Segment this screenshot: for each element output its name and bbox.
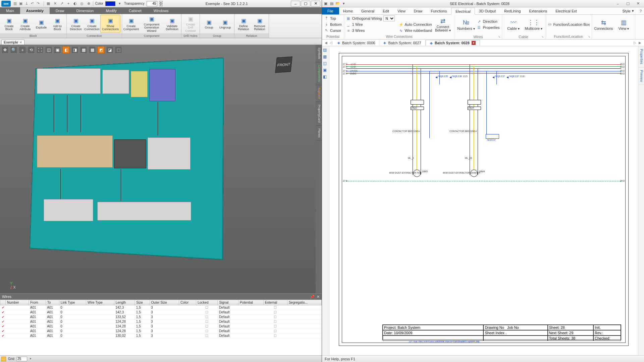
schematic-canvas[interactable]: 27.9 27.9 27.9 27.9 -L1 0 -L2 0 24VDC 0V… bbox=[329, 46, 638, 355]
tabs-scroll-right-icon[interactable]: ▶ bbox=[637, 41, 643, 45]
close-button[interactable]: ✕ bbox=[633, 1, 643, 7]
table-row[interactable]: A01A010133,521,53Default bbox=[0, 315, 322, 319]
dialog-launcher-icon[interactable]: ↘ bbox=[541, 35, 544, 38]
qat-new-icon[interactable]: ▤ bbox=[329, 1, 334, 6]
pin-icon[interactable]: 📌 bbox=[310, 295, 315, 299]
potential-bottom[interactable]: ⇣Bottom bbox=[324, 21, 342, 27]
style-dropdown[interactable]: Style▾ bbox=[619, 7, 637, 14]
numbers-button[interactable]: №Numbers ▾ bbox=[457, 15, 475, 34]
ribbon-component-generation-wizard[interactable]: ▣ComponentGeneration Wizard bbox=[140, 15, 164, 33]
transparency-value[interactable]: 45 bbox=[147, 1, 157, 6]
vt-rotate-icon[interactable]: ⟲ bbox=[28, 46, 35, 54]
menu-3d-output[interactable]: 3D Output bbox=[475, 7, 500, 14]
multicore-button[interactable]: ⋮⋮Multicore ▾ bbox=[524, 15, 543, 34]
potential-top[interactable]: ⇡Top bbox=[324, 15, 342, 21]
col-header[interactable]: From bbox=[29, 300, 46, 305]
tabs-prev-icon[interactable]: ◁ bbox=[329, 41, 333, 45]
tabs-next-icon[interactable]: ▷ bbox=[633, 41, 637, 45]
menu-general[interactable]: General bbox=[357, 7, 379, 14]
tabs-scroll-left-icon[interactable]: ◀ bbox=[323, 41, 329, 45]
table-row[interactable]: A01A010130,021,53Default bbox=[0, 334, 322, 338]
potential-cursor[interactable]: ↖Cursor bbox=[324, 27, 342, 33]
wire-rubberband[interactable]: ∿Wire rubberband bbox=[399, 28, 432, 34]
qat-new-icon[interactable]: ▥ bbox=[13, 1, 17, 6]
table-row[interactable]: A01A010124,281,53Default bbox=[0, 319, 322, 324]
menu-draw[interactable]: Draw bbox=[410, 7, 427, 14]
menu-windows[interactable]: Windows bbox=[148, 7, 175, 14]
doc-tab[interactable]: ◆Batch System: 0028× bbox=[426, 40, 480, 46]
vt-i-icon[interactable]: ⬚ bbox=[115, 46, 122, 54]
vt-zoom-icon[interactable]: 🔍 bbox=[10, 46, 17, 54]
viewcube[interactable]: FRONT bbox=[275, 56, 292, 73]
ribbon-explode[interactable]: ▣Explode bbox=[34, 15, 49, 33]
menu-extensions[interactable]: Extensions bbox=[525, 7, 552, 14]
viewport-3d[interactable]: ✥ 🔍 ＋ ⟲ ⛶ ◫ ▣ ◧ ◨ ▦ ▩ ◩ ◪ ⬚ bbox=[0, 45, 322, 293]
wires-table[interactable]: NumberFromToLink TypeWire TypeLengthSize… bbox=[0, 300, 322, 338]
tool-b-icon[interactable]: ▦ bbox=[323, 54, 328, 60]
table-row[interactable]: A01A010124,281,53Default bbox=[0, 329, 322, 334]
tool-c-icon[interactable]: ◎ bbox=[79, 1, 84, 6]
ribbon-add-to-block[interactable]: ▣Add toBlock bbox=[50, 15, 65, 33]
function-location-box[interactable]: ▭Function/Location Box bbox=[547, 21, 590, 27]
help-icon[interactable]: ? bbox=[637, 7, 644, 14]
close-button[interactable]: ✕ bbox=[311, 1, 320, 7]
qat-more-icon[interactable]: ▾ bbox=[341, 1, 346, 6]
table-row[interactable]: A01A010142,31,53Default bbox=[0, 305, 322, 310]
tool-d-icon[interactable]: ⊕ bbox=[86, 1, 91, 6]
grid-toggle-icon[interactable]: ▦ bbox=[46, 1, 51, 6]
tool-e-icon[interactable]: ◧ bbox=[323, 74, 328, 80]
qat-redo-icon[interactable]: ↷ bbox=[36, 1, 40, 6]
col-header[interactable]: Locked bbox=[196, 300, 218, 305]
ortho-icon[interactable]: ↗ bbox=[59, 1, 64, 6]
qat-open-icon[interactable]: 📂 bbox=[335, 1, 340, 6]
vt-pan-icon[interactable]: ✥ bbox=[1, 46, 9, 54]
vt-a-icon[interactable]: ◫ bbox=[45, 46, 52, 54]
side-tab-symbols[interactable]: Symbols bbox=[316, 45, 322, 62]
col-header[interactable]: Potential bbox=[238, 300, 264, 305]
menu-main[interactable]: Main bbox=[0, 7, 20, 14]
tab-close-icon[interactable]: × bbox=[472, 41, 476, 45]
menu-assembly[interactable]: Assembly bbox=[20, 7, 50, 14]
ow-select[interactable]: N bbox=[383, 15, 395, 21]
cable-button[interactable]: 〰Cable ▾ bbox=[504, 15, 523, 34]
vt-zoomin-icon[interactable]: ＋ bbox=[19, 46, 26, 54]
doc-tab[interactable]: ◆Batch System: 0006 bbox=[333, 40, 379, 46]
menu-electrical[interactable]: Electrical bbox=[451, 8, 475, 15]
vt-d-icon[interactable]: ◨ bbox=[71, 46, 78, 54]
table-row[interactable]: A01A010124,281,53Default bbox=[0, 324, 322, 329]
col-header[interactable]: Length bbox=[114, 300, 135, 305]
menu-cabinet[interactable]: Cabinet bbox=[123, 7, 148, 14]
dialog-launcher-icon[interactable]: ↘ bbox=[588, 35, 590, 38]
ribbon-create-attribute[interactable]: ▣CreateAttribute bbox=[17, 15, 33, 33]
menu-electrical-ext[interactable]: Electrical Ext bbox=[551, 7, 581, 14]
properties-button[interactable]: ☰Properties bbox=[477, 25, 499, 31]
vt-fit-icon[interactable]: ⛶ bbox=[36, 46, 44, 54]
col-header[interactable]: External bbox=[263, 300, 287, 305]
properties-tab[interactable]: Properties bbox=[638, 46, 644, 67]
menu-functions[interactable]: Functions bbox=[427, 7, 451, 14]
file-menu[interactable]: File bbox=[322, 7, 339, 14]
table-row[interactable]: A01A010142,31,53Default bbox=[0, 310, 322, 315]
col-header[interactable]: Wire Type bbox=[86, 300, 114, 305]
menu-view[interactable]: View bbox=[393, 7, 410, 14]
menu-draw[interactable]: Draw bbox=[50, 7, 70, 14]
auto-connection[interactable]: ⚡Auto Connection bbox=[399, 22, 432, 27]
ribbon-group[interactable]: ▣Group bbox=[201, 15, 217, 33]
maximize-button[interactable]: ▢ bbox=[623, 1, 633, 7]
vt-h-icon[interactable]: ◪ bbox=[106, 46, 113, 54]
col-header[interactable]: Color bbox=[179, 300, 196, 305]
col-header[interactable]: To bbox=[46, 300, 59, 305]
col-header[interactable]: Segregatio... bbox=[287, 300, 321, 305]
connections-button[interactable]: ⇆Connections bbox=[594, 15, 613, 34]
side-tab-planes[interactable]: Planes bbox=[316, 126, 322, 141]
vt-f-icon[interactable]: ▩ bbox=[89, 46, 96, 54]
ribbon-create-drill-contour[interactable]: ▣Create DrillContour bbox=[183, 15, 198, 33]
ribbon-create-component[interactable]: ▣CreateComponent bbox=[123, 15, 139, 33]
side-tab-explorer[interactable]: Explorer bbox=[316, 85, 322, 102]
col-header[interactable]: Link Type bbox=[59, 300, 86, 305]
tool-d-icon[interactable]: ▣ bbox=[323, 68, 328, 73]
tool-a-icon[interactable]: ▤ bbox=[323, 48, 328, 53]
one-wire[interactable]: ⎯1 Wire bbox=[346, 22, 395, 27]
doc-tab[interactable]: Exemple ✕ bbox=[1, 40, 24, 45]
side-tab-components[interactable]: Components bbox=[316, 62, 322, 85]
